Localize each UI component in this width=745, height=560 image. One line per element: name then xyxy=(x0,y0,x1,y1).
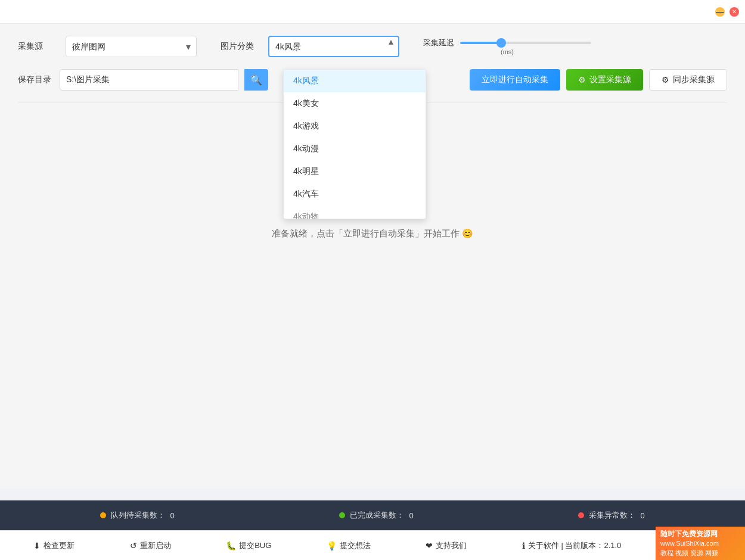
ready-text: 准备就绪，点击「立即进行自动采集」开始工作 😊 xyxy=(272,228,473,239)
footer-bar: ⬇ 检查更新 ↺ 重新启动 🐛 提交BUG 💡 提交想法 ❤ 支持我们 ℹ 关于… xyxy=(0,530,745,560)
minimize-button[interactable]: — xyxy=(715,7,725,17)
heart-icon: ❤ xyxy=(426,541,433,550)
settings-label: 设置采集源 xyxy=(589,74,631,85)
delay-unit: (ms) xyxy=(423,48,591,55)
delay-slider[interactable] xyxy=(460,42,591,44)
status-error: 采集异常数： 0 xyxy=(578,510,644,521)
footer-submit-idea[interactable]: 💡 提交想法 xyxy=(322,538,375,553)
delay-label: 采集延迟 xyxy=(423,38,454,48)
queue-dot xyxy=(100,512,106,518)
controls-row-1: 采集源 彼岸图网 ▾ 图片分类 4k风景4k美女4k游戏4k动漫4k明星4k汽车… xyxy=(18,36,727,57)
error-value: 0 xyxy=(640,511,644,520)
footer-check-update[interactable]: ⬇ 检查更新 xyxy=(29,538,79,553)
queue-value: 0 xyxy=(170,511,174,520)
bug-icon: 🐛 xyxy=(226,541,236,550)
sync-label: 同步采集源 xyxy=(673,74,715,85)
category-select[interactable]: 4k风景4k美女4k游戏4k动漫4k明星4k汽车4k动物 xyxy=(268,36,399,57)
info-icon: ℹ xyxy=(522,541,525,550)
dropdown-item-4k-star[interactable]: 4k明星 xyxy=(284,160,426,183)
source-select[interactable]: 彼岸图网 xyxy=(66,36,197,57)
window-controls: — ✕ xyxy=(715,7,739,17)
save-dir-label: 保存目录 xyxy=(18,74,54,85)
dropdown-item-4k-car[interactable]: 4k汽车 xyxy=(284,183,426,206)
source-select-wrapper: 彼岸图网 ▾ xyxy=(66,36,197,57)
watermark-url: www.SuiShiXia.com xyxy=(660,539,740,548)
auto-collect-button[interactable]: 立即进行自动采集 xyxy=(470,69,560,91)
category-select-wrapper: 4k风景4k美女4k游戏4k动漫4k明星4k汽车4k动物 ▴ xyxy=(268,36,399,57)
dropdown-list: 4k风景 4k美女 4k游戏 4k动漫 4k明星 4k汽车 4k动物 xyxy=(284,70,426,219)
check-update-label: 检查更新 xyxy=(44,540,74,551)
category-label: 图片分类 xyxy=(221,41,256,52)
settings-button[interactable]: ⚙ 设置采集源 xyxy=(566,69,643,91)
download-icon: ⬇ xyxy=(33,541,41,550)
watermark-badge: 随时下免费资源网 www.SuiShiXia.com 教程 视频 资源 网赚 xyxy=(656,527,745,560)
error-label: 采集异常数： xyxy=(589,510,635,521)
title-bar: — ✕ xyxy=(0,0,745,24)
idea-icon: 💡 xyxy=(327,541,337,550)
completed-label: 已完成采集数： xyxy=(350,510,404,521)
watermark-title: 随时下免费资源网 xyxy=(660,529,740,539)
completed-value: 0 xyxy=(409,511,413,520)
submit-bug-label: 提交BUG xyxy=(239,540,271,551)
watermark-desc: 教程 视频 资源 网赚 xyxy=(660,549,740,558)
close-button[interactable]: ✕ xyxy=(730,7,739,17)
dropdown-item-4k-anime[interactable]: 4k动漫 xyxy=(284,138,426,160)
search-icon: 🔍 xyxy=(250,74,262,86)
category-dropdown: 4k风景 4k美女 4k游戏 4k动漫 4k明星 4k汽车 4k动物 xyxy=(283,69,426,219)
status-queue: 队列待采集数： 0 xyxy=(100,510,174,521)
status-completed: 已完成采集数： 0 xyxy=(339,510,413,521)
footer-about[interactable]: ℹ 关于软件 | 当前版本：2.1.0 xyxy=(517,538,626,553)
save-dir-input[interactable] xyxy=(60,69,238,91)
queue-label: 队列待采集数： xyxy=(111,510,165,521)
dropdown-item-4k-landscape[interactable]: 4k风景 xyxy=(284,70,426,92)
submit-idea-label: 提交想法 xyxy=(340,540,371,551)
sync-button[interactable]: ⚙ 同步采集源 xyxy=(649,69,727,91)
slider-row xyxy=(460,42,591,44)
completed-dot xyxy=(339,512,345,518)
error-dot xyxy=(578,512,584,518)
about-label: 关于软件 | 当前版本：2.1.0 xyxy=(528,540,622,551)
footer-support[interactable]: ❤ 支持我们 xyxy=(421,538,471,553)
dropdown-item-4k-game[interactable]: 4k游戏 xyxy=(284,115,426,138)
dropdown-item-4k-beauty[interactable]: 4k美女 xyxy=(284,92,426,115)
source-label: 采集源 xyxy=(18,41,54,52)
sync-icon: ⚙ xyxy=(662,75,669,85)
restart-label: 重新启动 xyxy=(140,540,171,551)
dropdown-item-4k-animal[interactable]: 4k动物 xyxy=(284,206,426,219)
footer-restart[interactable]: ↺ 重新启动 xyxy=(125,538,176,553)
footer-submit-bug[interactable]: 🐛 提交BUG xyxy=(221,538,276,553)
support-label: 支持我们 xyxy=(436,540,467,551)
dir-search-button[interactable]: 🔍 xyxy=(244,69,268,91)
gear-icon: ⚙ xyxy=(578,75,586,85)
restart-icon: ↺ xyxy=(130,541,137,550)
delay-section: 采集延迟 (ms) xyxy=(423,38,591,55)
status-bar: 队列待采集数： 0 已完成采集数： 0 采集异常数： 0 xyxy=(0,500,745,530)
